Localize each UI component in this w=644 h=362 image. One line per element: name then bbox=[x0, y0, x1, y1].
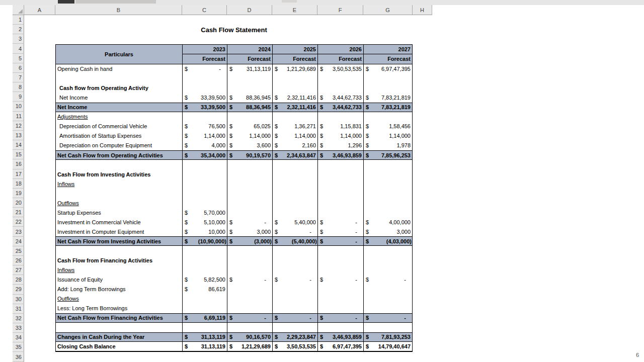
value-cell[interactable]: $(3,000) bbox=[227, 237, 272, 245]
value-cell[interactable] bbox=[227, 112, 272, 122]
row-label-cell[interactable]: Investment in Commercial Vehicle bbox=[56, 217, 182, 227]
value-cell[interactable]: $5,70,000 bbox=[182, 208, 227, 217]
value-cell[interactable]: $- bbox=[227, 217, 272, 227]
row-label-cell[interactable]: Inflows bbox=[56, 265, 182, 275]
row-header-8[interactable]: 8 bbox=[13, 82, 24, 92]
value-cell[interactable] bbox=[182, 198, 227, 208]
column-header-A[interactable]: A bbox=[24, 5, 55, 15]
value-cell[interactable] bbox=[363, 112, 412, 122]
value-cell[interactable] bbox=[363, 304, 412, 313]
value-cell[interactable] bbox=[272, 323, 317, 332]
row-label-cell[interactable]: Amortisation of Startup Expenses bbox=[56, 131, 182, 141]
value-cell[interactable] bbox=[317, 323, 363, 332]
row-header-18[interactable]: 18 bbox=[13, 179, 24, 189]
value-cell[interactable]: $1,21,29,689 bbox=[272, 64, 317, 74]
row-label-cell[interactable] bbox=[56, 189, 182, 198]
value-cell[interactable] bbox=[182, 169, 227, 179]
value-cell[interactable] bbox=[227, 323, 272, 332]
value-cell[interactable]: $- bbox=[182, 64, 227, 74]
value-cell[interactable]: $86,619 bbox=[182, 285, 227, 294]
year-header-2023[interactable]: 2023 bbox=[182, 45, 227, 54]
row-header-17[interactable]: 17 bbox=[13, 169, 24, 179]
forecast-header-2025[interactable]: Forecast bbox=[272, 54, 317, 64]
value-cell[interactable]: $90,19,570 bbox=[227, 151, 272, 159]
value-cell[interactable] bbox=[227, 160, 272, 169]
value-cell[interactable]: $1,296 bbox=[317, 141, 363, 150]
row-label-cell[interactable]: Startup Expenses bbox=[56, 208, 182, 217]
value-cell[interactable]: $33,39,500 bbox=[182, 103, 227, 112]
value-cell[interactable] bbox=[227, 246, 272, 255]
value-cell[interactable]: $35,34,000 bbox=[182, 151, 227, 159]
row-label-cell[interactable]: Cash flow from Operating Activity bbox=[56, 83, 182, 93]
value-cell[interactable] bbox=[272, 198, 317, 208]
value-cell[interactable]: $1,14,000 bbox=[227, 131, 272, 141]
value-cell[interactable] bbox=[182, 83, 227, 93]
value-cell[interactable]: $1,14,000 bbox=[317, 131, 363, 141]
sheet-title-cell[interactable]: Cash Flow Statement bbox=[55, 25, 413, 35]
row-label-cell[interactable]: Net Cash Flow from Investing Activities bbox=[56, 237, 182, 245]
value-cell[interactable]: $- bbox=[227, 314, 272, 322]
value-cell[interactable]: $1,978 bbox=[363, 141, 412, 150]
value-cell[interactable]: $7,83,21,819 bbox=[363, 93, 412, 103]
value-cell[interactable] bbox=[317, 294, 363, 304]
row-label-cell[interactable]: Net Cash Flow from Operating Activities bbox=[56, 151, 182, 159]
column-header-B[interactable]: B bbox=[55, 5, 182, 15]
value-cell[interactable] bbox=[363, 83, 412, 93]
row-header-25[interactable]: 25 bbox=[13, 246, 24, 256]
value-cell[interactable]: $10,000 bbox=[182, 227, 227, 236]
value-cell[interactable]: $2,29,23,847 bbox=[272, 333, 317, 341]
value-cell[interactable] bbox=[182, 112, 227, 122]
row-label-cell[interactable]: Net Income bbox=[56, 93, 182, 103]
value-cell[interactable]: $3,50,53,535 bbox=[317, 64, 363, 74]
value-cell[interactable] bbox=[272, 189, 317, 198]
value-cell[interactable]: $2,160 bbox=[272, 141, 317, 150]
value-cell[interactable] bbox=[363, 256, 412, 265]
value-cell[interactable] bbox=[363, 246, 412, 255]
row-header-7[interactable]: 7 bbox=[13, 73, 24, 82]
value-cell[interactable] bbox=[272, 265, 317, 275]
value-cell[interactable]: $31,13,119 bbox=[182, 342, 227, 351]
value-cell[interactable] bbox=[363, 189, 412, 198]
value-cell[interactable]: $3,000 bbox=[363, 227, 412, 236]
row-header-29[interactable]: 29 bbox=[13, 285, 24, 294]
forecast-header-2026[interactable]: Forecast bbox=[317, 54, 363, 64]
value-cell[interactable] bbox=[227, 83, 272, 93]
row-header-1[interactable]: 1 bbox=[13, 15, 24, 25]
value-cell[interactable] bbox=[227, 74, 272, 83]
value-cell[interactable]: $5,82,500 bbox=[182, 275, 227, 285]
row-label-cell[interactable]: Outflows bbox=[56, 294, 182, 304]
value-cell[interactable] bbox=[272, 160, 317, 169]
value-cell[interactable]: $1,21,29,689 bbox=[227, 342, 272, 351]
row-header-31[interactable]: 31 bbox=[13, 304, 24, 314]
value-cell[interactable] bbox=[317, 160, 363, 169]
value-cell[interactable]: $31,13,119 bbox=[182, 333, 227, 341]
row-label-cell[interactable]: Depreciation of Commercial Vehicle bbox=[56, 122, 182, 131]
value-cell[interactable] bbox=[363, 265, 412, 275]
row-label-cell[interactable]: Opening Cash in hand bbox=[56, 64, 182, 74]
value-cell[interactable] bbox=[272, 294, 317, 304]
value-cell[interactable] bbox=[363, 208, 412, 217]
value-cell[interactable]: $1,15,831 bbox=[317, 122, 363, 131]
column-header-C[interactable]: C bbox=[182, 5, 227, 15]
value-cell[interactable]: $90,16,570 bbox=[227, 333, 272, 341]
value-cell[interactable]: $14,79,40,647 bbox=[363, 342, 412, 351]
row-header-30[interactable]: 30 bbox=[13, 295, 24, 304]
row-header-27[interactable]: 27 bbox=[13, 265, 24, 275]
row-label-cell[interactable]: Adjustments bbox=[56, 112, 182, 122]
value-cell[interactable] bbox=[272, 304, 317, 313]
value-cell[interactable] bbox=[272, 179, 317, 189]
value-cell[interactable]: $5,40,000 bbox=[272, 217, 317, 227]
value-cell[interactable]: $(10,90,000) bbox=[182, 237, 227, 245]
year-header-2026[interactable]: 2026 bbox=[317, 45, 363, 54]
row-header-11[interactable]: 11 bbox=[13, 112, 24, 121]
value-cell[interactable] bbox=[227, 189, 272, 198]
value-cell[interactable]: $7,81,93,253 bbox=[363, 333, 412, 341]
value-cell[interactable]: $3,44,62,733 bbox=[317, 103, 363, 112]
value-cell[interactable] bbox=[317, 198, 363, 208]
row-label-cell[interactable]: Closing Cash Balance bbox=[56, 342, 182, 351]
value-cell[interactable]: $(5,40,000) bbox=[272, 237, 317, 245]
row-header-34[interactable]: 34 bbox=[13, 333, 24, 342]
value-cell[interactable]: $1,36,271 bbox=[272, 122, 317, 131]
row-header-6[interactable]: 6 bbox=[13, 63, 24, 73]
value-cell[interactable]: $1,14,000 bbox=[182, 131, 227, 141]
